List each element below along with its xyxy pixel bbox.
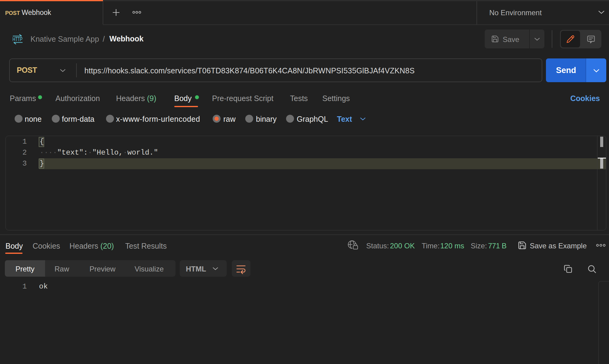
svg-text:HTTP: HTTP xyxy=(12,36,23,42)
